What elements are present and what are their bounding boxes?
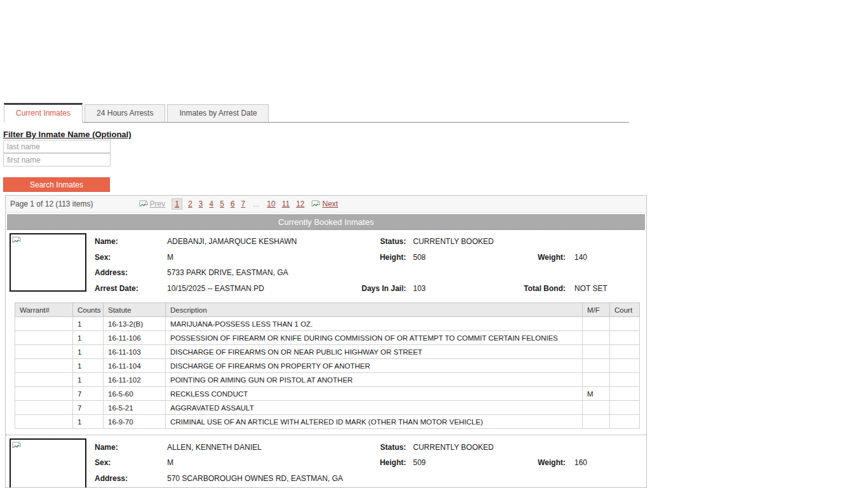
pager-next-button[interactable]: Next [311,200,338,208]
description-cell: POINTING OR AIMING GUN OR PISTOL AT ANOT… [166,373,583,387]
statute-cell: 16-11-106 [104,331,166,345]
mf-cell [583,415,610,429]
height-value: 508 [406,253,515,262]
address-value: 570 SCARBOROUGH OWNES RD, EASTMAN, GA [167,474,646,483]
pager-page-6[interactable]: 6 [231,200,235,208]
court-cell [610,373,640,387]
warrant-cell [15,331,73,345]
warrant-cell [15,401,73,415]
arrest-date-label: Arrest Date: [95,284,167,293]
court-cell [610,415,640,429]
inmates-grid-panel: Page 1 of 12 (113 items) Prev 1234567...… [5,195,647,488]
inmate-fields: Name:ALLEN, KENNETH DANIELStatus:CURRENT… [95,439,646,488]
charges-col-court: Court [610,303,640,317]
pager-page-2[interactable]: 2 [188,200,193,208]
name-value: ALLEN, KENNETH DANIEL [167,443,333,452]
tab-inmates-by-arrest-date[interactable]: Inmates by Arrest Date [167,104,269,122]
charges-col-warrant: Warrant# [15,303,73,317]
description-cell: AGGRAVATED ASSAULT [166,401,583,415]
mf-cell [583,359,610,373]
counts-cell: 7 [73,401,104,415]
last-name-input[interactable] [3,140,111,153]
warrant-cell [15,359,73,373]
statute-cell: 16-11-103 [104,345,166,359]
tab-strip: Current Inmates24 Hours ArrestsInmates b… [4,103,629,123]
charges-col-description: Description [166,303,583,317]
sex-label: Sex: [95,458,167,467]
broken-image-icon [12,441,22,449]
pager-page-3[interactable]: 3 [199,200,203,208]
charges-col-statute: Statute [104,303,166,317]
pager-page-7[interactable]: 7 [241,200,245,208]
weight-value: 140 [566,253,646,262]
statute-cell: 16-5-21 [104,401,166,415]
grid-title: Currently Booked Inmates [7,214,645,230]
mf-cell [583,401,610,415]
description-cell: POSSESSION OF FIREARM OR KNIFE DURING CO… [166,331,583,345]
charge-row: 116-11-104DISCHARGE OF FIREARMS ON PROPE… [15,359,640,373]
filter-heading: Filter By Inmate Name (Optional) [3,130,132,139]
warrant-cell [15,345,73,359]
pager-page-current[interactable]: 1 [172,198,182,210]
inmate-record: Name:ALLEN, KENNETH DANIELStatus:CURRENT… [6,435,646,488]
description-cell: RECKLESS CONDUCT [166,387,583,401]
description-cell: MARIJUANA-POSSESS LESS THAN 1 OZ. [166,317,583,331]
height-label: Height: [333,253,406,262]
tab-current-inmates[interactable]: Current Inmates [4,103,83,123]
mf-cell [583,345,610,359]
statute-cell: 16-13-2(B) [104,317,166,331]
total-bond-label: Total Bond: [515,284,566,293]
warrant-cell [15,387,73,401]
charge-row: 116-13-2(B)MARIJUANA-POSSESS LESS THAN 1… [15,317,640,331]
broken-image-icon [311,200,321,208]
name-label: Name: [95,443,167,452]
inmate-fields: Name:ADEBANJI, JAMARQUCE KESHAWNStatus:C… [95,234,646,296]
description-cell: DISCHARGE OF FIREARMS ON PROPERTY OF ANO… [166,359,583,373]
counts-cell: 7 [73,387,104,401]
name-value: ADEBANJI, JAMARQUCE KESHAWN [167,237,333,246]
inmate-photo [10,233,86,292]
tab-24-hours-arrests[interactable]: 24 Hours Arrests [85,104,165,122]
description-cell: CRIMINAL USE OF AN ARTICLE WITH ALTERED … [166,415,583,429]
status-value: CURRENTLY BOOKED [406,443,515,452]
height-label: Height: [333,458,406,467]
search-inmates-button[interactable]: Search Inmates [3,177,110,192]
inmate-record: Name:ADEBANJI, JAMARQUCE KESHAWNStatus:C… [6,230,646,435]
days-in-jail-value: 103 [406,284,515,293]
pager-summary: Page 1 of 12 (113 items) [10,200,93,208]
address-value: 5733 PARK DRIVE, EASTMAN, GA [167,268,646,277]
weight-label: Weight: [515,458,566,467]
description-cell: DISCHARGE OF FIREARMS ON OR NEAR PUBLIC … [166,345,583,359]
counts-cell: 1 [73,331,104,345]
arrest-date-value: 10/15/2025 -- EASTMAN PD [167,284,333,293]
pager-page-4[interactable]: 4 [209,200,214,208]
first-name-input[interactable] [3,153,111,166]
broken-image-icon [139,200,149,208]
pager-page-12[interactable]: 12 [296,200,304,208]
charge-row: 716-5-21AGGRAVATED ASSAULT [15,401,640,415]
height-value: 509 [406,458,515,467]
status-value: CURRENTLY BOOKED [406,237,515,246]
broken-image-icon [12,236,22,244]
name-label: Name: [95,237,167,246]
sex-value: M [167,458,333,467]
address-label: Address: [95,474,167,483]
court-cell [610,331,640,345]
charges-col-mf: M/F [583,303,610,317]
mf-cell: M [583,387,610,401]
weight-value: 160 [566,458,646,467]
pager: Page 1 of 12 (113 items) Prev 1234567...… [6,196,646,213]
court-cell [610,359,640,373]
sex-label: Sex: [95,253,167,262]
counts-cell: 1 [73,359,104,373]
statute-cell: 16-9-70 [104,415,166,429]
status-label: Status: [333,237,406,246]
pager-prev-button: Prev [139,200,166,208]
statute-cell: 16-11-102 [104,373,166,387]
total-bond-value: NOT SET [566,284,646,293]
pager-page-10[interactable]: 10 [267,200,275,208]
pager-page-5[interactable]: 5 [220,200,224,208]
pager-page-11[interactable]: 11 [281,200,289,208]
status-label: Status: [333,443,406,452]
statute-cell: 16-5-60 [104,387,166,401]
